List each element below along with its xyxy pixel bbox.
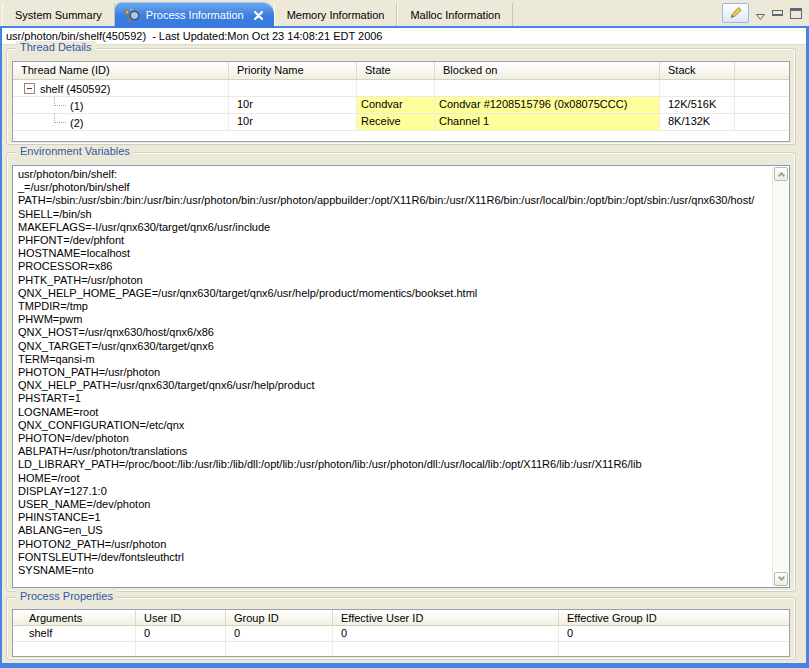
thread-table-header: Thread Name (ID) Priority Name State Blo…	[13, 62, 789, 80]
view-toolbar	[722, 3, 802, 23]
view-menu-icon[interactable]	[756, 10, 765, 16]
group-id-value: 0	[226, 626, 333, 641]
chevron-down-icon	[778, 574, 785, 581]
effective-group-id-value: 0	[559, 626, 789, 641]
tab-label: System Summary	[15, 9, 102, 21]
environment-variables-group: Environment Variables usr/photon/bin/she…	[6, 152, 796, 592]
empty-row	[13, 642, 789, 657]
process-properties-table: Arguments User ID Group ID Effective Use…	[12, 609, 790, 657]
thread-table: Thread Name (ID) Priority Name State Blo…	[12, 61, 790, 142]
process-properties-group: Process Properties Arguments User ID Gro…	[6, 597, 796, 660]
tab-label: Malloc Information	[410, 9, 500, 21]
tab-system-summary[interactable]: System Summary	[2, 3, 115, 26]
thread-blocked-on	[435, 80, 660, 96]
thread-stack: 12K/516K	[660, 97, 735, 113]
tab-process-information[interactable]: Process Information	[115, 2, 274, 28]
column-group-id[interactable]: Group ID	[226, 610, 333, 625]
close-icon[interactable]	[252, 9, 265, 22]
thread-state: Receive	[357, 114, 435, 130]
user-id-value: 0	[136, 626, 226, 641]
thread-name: shelf (450592)	[40, 83, 110, 95]
column-state[interactable]: State	[357, 62, 435, 79]
column-effective-user-id[interactable]: Effective User ID	[333, 610, 559, 625]
chevron-up-icon	[778, 172, 785, 179]
environment-variables-text[interactable]: usr/photon/bin/shelf: _=/usr/photon/bin/…	[13, 166, 772, 587]
tree-collapse-icon[interactable]	[24, 83, 35, 94]
vertical-scrollbar[interactable]	[772, 167, 788, 586]
thread-row-2[interactable]: (2) 10r Receive Channel 1 8K/132K	[13, 114, 789, 131]
thread-name: (2)	[70, 117, 83, 129]
process-information-pane: usr/photon/bin/shelf(450592) - Last Upda…	[0, 26, 809, 668]
process-row[interactable]: shelf 0 0 0 0	[13, 626, 789, 642]
thread-state: Condvar	[357, 97, 435, 113]
maximize-icon[interactable]	[790, 8, 802, 19]
tree-branch-line	[54, 114, 66, 123]
process-inspect-icon	[124, 8, 141, 23]
thread-blocked-on: Condvar #1208515796 (0x08075CCC)	[435, 97, 660, 113]
thread-row-parent[interactable]: shelf (450592)	[13, 80, 789, 97]
process-properties-header: Arguments User ID Group ID Effective Use…	[13, 610, 789, 626]
column-extra[interactable]	[735, 62, 789, 79]
thread-priority: 10r	[229, 114, 357, 130]
tab-malloc-information[interactable]: Malloc Information	[397, 3, 513, 26]
tab-label: Process Information	[146, 9, 244, 21]
arguments-value: shelf	[13, 626, 136, 641]
column-blocked-on[interactable]: Blocked on	[435, 62, 660, 79]
thread-priority	[229, 80, 357, 96]
process-properties-title: Process Properties	[16, 590, 117, 602]
column-priority-name[interactable]: Priority Name	[229, 62, 357, 79]
column-user-id[interactable]: User ID	[136, 610, 226, 625]
column-thread-name[interactable]: Thread Name (ID)	[13, 62, 229, 79]
thread-name: (1)	[70, 100, 83, 112]
column-arguments[interactable]: Arguments	[13, 610, 136, 625]
scroll-down-button[interactable]	[774, 572, 788, 586]
column-stack[interactable]: Stack	[660, 62, 735, 79]
highlighter-icon	[728, 6, 743, 20]
thread-state	[357, 80, 435, 96]
thread-stack: 8K/132K	[660, 114, 735, 130]
tab-bar: System Summary Process Information Memor…	[0, 0, 809, 26]
thread-details-group: Thread Details Thread Name (ID) Priority…	[6, 48, 796, 145]
tab-memory-information[interactable]: Memory Information	[274, 3, 398, 26]
thread-blocked-on: Channel 1	[435, 114, 660, 130]
thread-stack	[660, 80, 735, 96]
environment-variables-title: Environment Variables	[16, 145, 134, 157]
environment-variables-box[interactable]: usr/photon/bin/shelf: _=/usr/photon/bin/…	[12, 165, 790, 588]
highlighter-button[interactable]	[722, 3, 749, 23]
thread-details-title: Thread Details	[16, 41, 96, 53]
tab-label: Memory Information	[287, 9, 385, 21]
scroll-up-button[interactable]	[774, 167, 788, 181]
thread-priority: 10r	[229, 97, 357, 113]
tree-branch-line	[54, 97, 66, 106]
process-title-bar: usr/photon/bin/shelf(450592) - Last Upda…	[2, 28, 806, 45]
thread-row-1[interactable]: (1) 10r Condvar Condvar #1208515796 (0x0…	[13, 97, 789, 114]
column-effective-group-id[interactable]: Effective Group ID	[559, 610, 789, 625]
effective-user-id-value: 0	[333, 626, 559, 641]
minimize-icon[interactable]	[772, 10, 783, 16]
